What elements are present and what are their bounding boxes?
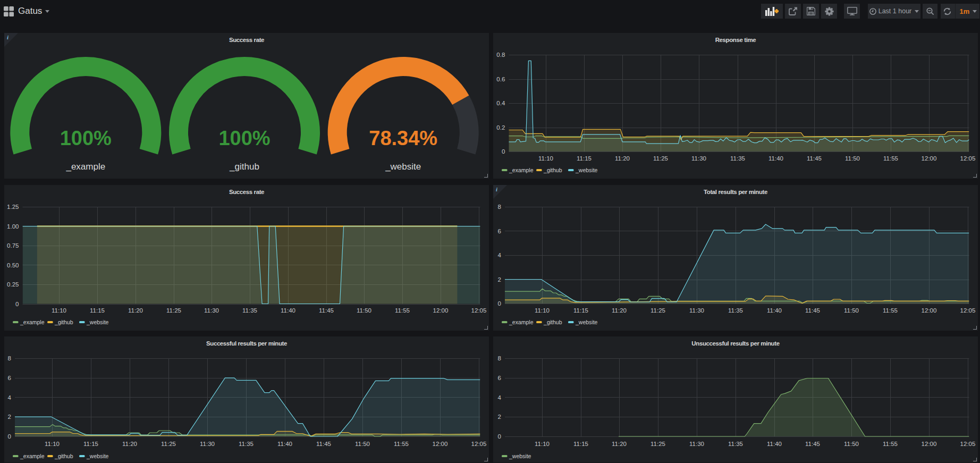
svg-text:11:55: 11:55 [883,307,898,314]
svg-text:11:15: 11:15 [83,441,98,447]
svg-text:12:05: 12:05 [960,441,976,447]
svg-text:0: 0 [15,301,19,307]
svg-text:11:40: 11:40 [281,307,295,314]
svg-text:11:15: 11:15 [573,441,588,447]
svg-text:0.2: 0.2 [496,124,505,131]
svg-text:_example: _example [20,319,45,325]
svg-text:4: 4 [498,394,502,401]
svg-text:11:55: 11:55 [395,307,410,314]
svg-text:0.75: 0.75 [7,242,19,249]
svg-text:11:25: 11:25 [166,307,181,314]
svg-text:11:25: 11:25 [161,441,176,447]
svg-text:2: 2 [498,276,501,283]
svg-text:12:00: 12:00 [922,307,937,314]
svg-text:11:25: 11:25 [650,307,665,314]
svg-text:11:55: 11:55 [883,441,898,447]
svg-text:8: 8 [498,355,501,361]
svg-text:_github: _github [543,167,562,173]
svg-text:11:55: 11:55 [883,155,898,162]
svg-text:11:20: 11:20 [612,441,627,447]
svg-text:11:20: 11:20 [612,307,627,314]
svg-text:11:45: 11:45 [805,307,820,314]
svg-text:0: 0 [498,300,501,307]
svg-text:12:00: 12:00 [922,441,937,447]
svg-text:11:50: 11:50 [355,441,370,447]
svg-text:0: 0 [502,148,505,155]
svg-text:_website: _website [86,319,109,325]
svg-text:11:10: 11:10 [535,307,550,314]
svg-text:8: 8 [8,355,11,361]
svg-text:_website: _website [575,167,598,173]
svg-text:4: 4 [8,394,12,401]
svg-text:11:30: 11:30 [689,307,704,314]
svg-text:8: 8 [498,204,501,210]
svg-text:11:10: 11:10 [535,441,550,447]
svg-text:_github: _github [54,319,73,325]
svg-text:0.6: 0.6 [496,76,505,82]
svg-text:11:15: 11:15 [90,307,105,314]
svg-text:6: 6 [498,375,501,381]
svg-text:_website: _website [385,162,421,172]
svg-text:_website: _website [575,319,598,325]
svg-text:11:50: 11:50 [845,155,860,162]
svg-text:11:30: 11:30 [691,155,706,162]
svg-text:11:40: 11:40 [768,155,783,162]
svg-text:0.50: 0.50 [7,262,19,268]
svg-text:_website: _website [86,453,109,459]
svg-text:2: 2 [8,414,11,420]
svg-text:11:50: 11:50 [844,307,859,314]
svg-text:0: 0 [8,433,11,440]
svg-text:11:40: 11:40 [277,441,292,447]
svg-text:_example: _example [509,319,534,325]
svg-text:12:00: 12:00 [433,307,449,314]
svg-text:11:25: 11:25 [650,441,665,447]
svg-text:_example: _example [20,453,45,459]
svg-text:12:05: 12:05 [471,307,487,314]
svg-text:11:35: 11:35 [730,155,745,162]
svg-text:11:35: 11:35 [242,307,257,314]
svg-text:0.8: 0.8 [496,52,505,58]
svg-text:11:45: 11:45 [319,307,334,314]
svg-text:100%: 100% [60,127,112,149]
svg-text:11:10: 11:10 [52,307,66,314]
svg-text:11:40: 11:40 [767,441,782,447]
svg-text:11:40: 11:40 [767,307,782,314]
svg-text:0: 0 [498,433,501,440]
svg-text:11:50: 11:50 [844,441,859,447]
svg-text:11:50: 11:50 [357,307,371,314]
svg-text:0.25: 0.25 [7,281,19,288]
svg-text:11:25: 11:25 [653,155,668,162]
svg-text:_github: _github [54,453,73,459]
svg-text:11:30: 11:30 [200,441,215,447]
svg-text:2: 2 [498,414,501,420]
svg-text:12:05: 12:05 [960,155,976,162]
svg-text:11:20: 11:20 [128,307,143,314]
svg-text:12:05: 12:05 [960,307,976,314]
svg-text:12:00: 12:00 [433,441,448,447]
svg-text:100%: 100% [218,127,270,149]
svg-text:11:10: 11:10 [538,155,553,162]
svg-text:11:55: 11:55 [394,441,409,447]
svg-text:11:20: 11:20 [122,441,137,447]
svg-text:4: 4 [498,252,502,258]
svg-text:1.00: 1.00 [7,223,19,230]
svg-text:_github: _github [229,162,259,172]
svg-text:11:15: 11:15 [573,307,588,314]
svg-text:_github: _github [543,319,562,325]
svg-text:78.34%: 78.34% [369,127,437,149]
svg-text:1.25: 1.25 [7,204,19,210]
svg-text:11:35: 11:35 [239,441,254,447]
svg-text:6: 6 [8,375,11,381]
svg-text:_website: _website [509,453,531,459]
svg-text:_example: _example [509,167,534,173]
svg-text:11:20: 11:20 [615,155,630,162]
svg-text:_example: _example [65,162,105,172]
svg-text:11:10: 11:10 [45,441,60,447]
svg-text:11:30: 11:30 [689,441,704,447]
svg-text:12:00: 12:00 [922,155,937,162]
svg-text:11:15: 11:15 [577,155,592,162]
svg-text:11:35: 11:35 [728,441,743,447]
svg-text:11:45: 11:45 [805,441,820,447]
svg-text:11:45: 11:45 [316,441,331,447]
svg-text:11:45: 11:45 [807,155,822,162]
